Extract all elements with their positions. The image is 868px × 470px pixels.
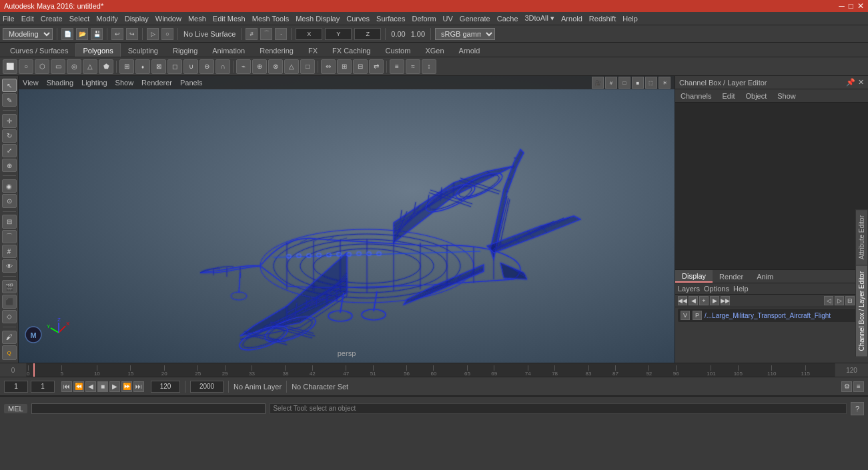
menu-select[interactable]: Select	[69, 15, 90, 23]
layer-opt2-icon[interactable]: ▷	[835, 296, 844, 305]
menu-redshift[interactable]: Redshift	[589, 15, 616, 23]
tab-render[interactable]: Render	[713, 270, 750, 283]
panels-menu[interactable]: Panels	[180, 79, 203, 87]
undo-icon[interactable]: ↩	[111, 28, 123, 40]
soft-select-icon[interactable]: ◉	[2, 179, 17, 193]
extrude-icon[interactable]: ⊞	[119, 59, 134, 74]
tab-animation[interactable]: Animation	[205, 43, 252, 57]
view-menu[interactable]: View	[23, 79, 39, 87]
vp-texture-icon[interactable]: ⬚	[645, 77, 657, 89]
menu-generate[interactable]: Generate	[460, 15, 490, 23]
move-icon[interactable]: ✛	[2, 114, 17, 127]
bridge-icon[interactable]: ⊠	[151, 59, 166, 74]
menu-create[interactable]: Create	[41, 15, 63, 23]
crease-icon[interactable]: ≡	[390, 59, 404, 74]
menu-arnold[interactable]: Arnold	[561, 15, 582, 23]
menu-surfaces[interactable]: Surfaces	[376, 15, 405, 23]
tab-xgen[interactable]: XGen	[418, 43, 451, 57]
timeline-playhead[interactable]	[33, 363, 35, 377]
bool-inter-icon[interactable]: ∩	[215, 59, 230, 74]
vp-cam-icon[interactable]: 🎥	[592, 77, 604, 89]
layer-opt3-icon[interactable]: ⊟	[845, 296, 855, 305]
menu-file[interactable]: File	[3, 15, 15, 23]
select-icon[interactable]: ▷	[147, 28, 159, 40]
close-button[interactable]: ✕	[857, 1, 864, 11]
menu-mesh-tools[interactable]: Mesh Tools	[252, 15, 289, 23]
tab-arnold[interactable]: Arnold	[452, 43, 488, 57]
smooth-icon[interactable]: ⌁	[236, 59, 251, 74]
poly-cyl-icon[interactable]: ⬡	[35, 59, 49, 74]
help-icon[interactable]: ?	[851, 402, 864, 415]
menu-cache[interactable]: Cache	[497, 15, 518, 23]
mel-label[interactable]: MEL	[4, 404, 27, 413]
bevel-icon[interactable]: ⬧	[135, 59, 150, 74]
redo-icon[interactable]: ↪	[126, 28, 138, 40]
renderer-menu[interactable]: Renderer	[141, 79, 172, 87]
menu-help[interactable]: Help	[622, 15, 638, 23]
vp-wire-icon[interactable]: □	[618, 77, 630, 89]
ch-menu-object[interactable]: Object	[740, 89, 772, 102]
tab-rendering[interactable]: Rendering	[252, 43, 301, 57]
tab-fx[interactable]: FX	[301, 43, 325, 57]
maximize-button[interactable]: □	[849, 1, 853, 11]
pb-settings-icon[interactable]: ⚙	[841, 381, 852, 392]
tab-anim[interactable]: Anim	[750, 270, 780, 283]
current-frame-field[interactable]: 1	[4, 381, 28, 393]
tab-fx-caching[interactable]: FX Caching	[325, 43, 378, 57]
vp-grid-icon[interactable]: #	[605, 77, 617, 89]
vp-light-icon[interactable]: ☀	[659, 77, 671, 89]
hypershade-icon[interactable]: ◇	[2, 310, 17, 323]
mirror-icon[interactable]: ⇔	[321, 59, 336, 74]
tab-display[interactable]: Display	[675, 270, 713, 283]
command-input[interactable]	[31, 403, 266, 414]
new-icon[interactable]: 📄	[61, 28, 73, 40]
poly-cube-icon[interactable]: ⬜	[3, 59, 17, 74]
layer-v-button[interactable]: V	[681, 311, 690, 320]
layer-skip-fwd-icon[interactable]: ▶▶	[721, 296, 730, 305]
z-input[interactable]: Z	[354, 28, 381, 40]
scale-icon[interactable]: ⤢	[2, 144, 17, 157]
layer-p-button[interactable]: P	[693, 311, 702, 320]
layer-opt1-icon[interactable]: ◁	[824, 296, 833, 305]
layers-menu[interactable]: Layers	[678, 285, 700, 293]
y-input[interactable]: Y	[325, 28, 352, 40]
flip-icon[interactable]: ↕	[422, 59, 436, 74]
triangulate-icon[interactable]: △	[284, 59, 299, 74]
vtab-channel-box[interactable]: Channel Box / Layer Editor	[855, 265, 868, 357]
bool-union-icon[interactable]: ∪	[183, 59, 198, 74]
menu-edit[interactable]: Edit	[21, 15, 34, 23]
layer-new-icon[interactable]: +	[699, 296, 709, 305]
paint-select-icon[interactable]: ✎	[2, 93, 17, 107]
universal-icon[interactable]: ⊕	[2, 159, 17, 172]
vp-solid-icon[interactable]: ■	[632, 77, 644, 89]
minimize-button[interactable]: ─	[839, 1, 845, 11]
bool-diff-icon[interactable]: ⊖	[199, 59, 214, 74]
pb-extra-icon[interactable]: ≡	[853, 381, 864, 392]
poly-torus-icon[interactable]: ◎	[67, 59, 81, 74]
uncrease-icon[interactable]: ≈	[406, 59, 420, 74]
layer-name[interactable]: /...Large_Military_Transport_Aircraft_Fl…	[705, 312, 831, 319]
options-menu[interactable]: Options	[704, 285, 729, 293]
reduce-icon[interactable]: ⊗	[268, 59, 283, 74]
tab-sculpting[interactable]: Sculpting	[121, 43, 165, 57]
view-icon[interactable]: 👁	[2, 259, 17, 273]
snap-grid-icon[interactable]: #	[246, 28, 258, 40]
stop-button[interactable]: ■	[97, 381, 108, 392]
help-menu[interactable]: Help	[733, 285, 749, 293]
ch-menu-show[interactable]: Show	[772, 89, 801, 102]
menu-mesh[interactable]: Mesh	[188, 15, 206, 23]
layer-fwd-icon[interactable]: ▶	[710, 296, 719, 305]
menu-modify[interactable]: Modify	[96, 15, 117, 23]
quadrangulate-icon[interactable]: □	[300, 59, 315, 74]
gamma-selector[interactable]: sRGB gamma	[435, 28, 495, 40]
tab-curves-surfaces[interactable]: Curves / Surfaces	[3, 43, 75, 57]
shading-menu[interactable]: Shading	[47, 79, 73, 87]
select-tool-icon[interactable]: ↖	[2, 79, 17, 92]
menu-display[interactable]: Display	[125, 15, 149, 23]
timeline-ticks[interactable]: 0510152025293338424751566065697478838792…	[27, 363, 835, 377]
tab-rigging[interactable]: Rigging	[165, 43, 205, 57]
ch-menu-channels[interactable]: Channels	[675, 89, 717, 102]
save-icon[interactable]: 💾	[91, 28, 103, 40]
open-icon[interactable]: 📂	[76, 28, 88, 40]
rotate-icon[interactable]: ↻	[2, 129, 17, 143]
